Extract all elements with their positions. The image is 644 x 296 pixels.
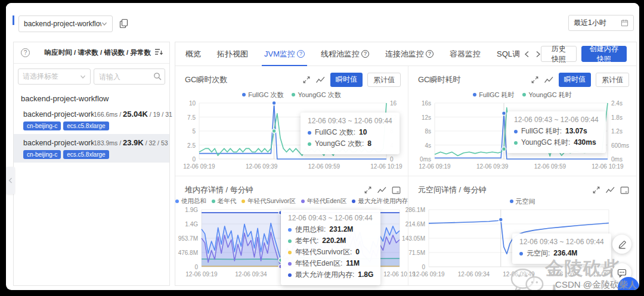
- chevron-down-icon: [80, 74, 86, 80]
- y-tick: 476.8M: [178, 250, 198, 256]
- app-instance-list: backend-project-workflo...166.6ms / 25.0…: [14, 105, 169, 163]
- tooltip-label: 年轻代Survivor区:: [295, 247, 352, 258]
- toggle-累计值[interactable]: 累计值: [596, 73, 629, 87]
- tooltip-row: 最大允许使用内存:1.8G: [288, 269, 373, 281]
- copy-icon[interactable]: [119, 18, 128, 31]
- help-icon: ?: [297, 50, 305, 58]
- instance-metrics: 166.6ms / 25.04K / 19 / 31: [94, 110, 172, 119]
- top-bar: backend-project-workflow[容... 最近1小时: [6, 3, 639, 39]
- x-tick: 12-06 09:59: [534, 163, 566, 170]
- help-icon[interactable]: ?: [21, 48, 30, 57]
- y-tick: 0: [390, 156, 394, 163]
- sort-icon[interactable]: [154, 48, 163, 58]
- y-tick: 0: [192, 156, 196, 163]
- search-icon[interactable]: [153, 72, 162, 83]
- history-snapshot-button[interactable]: 历史快照: [541, 46, 577, 62]
- x-tick: 12-06 09:39: [476, 163, 508, 170]
- edit-floating-button[interactable]: [612, 235, 631, 254]
- y-tick: 143.05M: [402, 235, 425, 242]
- legend-item[interactable]: YoungGC 次数: [292, 90, 340, 99]
- panel-icon[interactable]: [620, 186, 629, 194]
- tooltip-row: 老年代:220.2M: [288, 235, 373, 247]
- y-tick: 0: [194, 264, 198, 270]
- legend-item[interactable]: 使用总和: [175, 197, 206, 206]
- y-tick: 2.4s: [611, 100, 623, 107]
- legend-item[interactable]: 老年代: [212, 197, 237, 206]
- y-tick: 953.7M: [178, 235, 198, 242]
- tooltip-dot: [288, 251, 292, 254]
- line-chart-type-icon[interactable]: [544, 76, 554, 84]
- legend-dot: [473, 93, 476, 96]
- x-axis-labels: 12-06 09:1912-06 09:3912-06 09:5912-06 1…: [435, 163, 608, 172]
- chart-tooltip: 12-06 09:43 ~ 12-06 09:44元空间:236.4M: [512, 233, 611, 264]
- tab-label: 概览: [185, 42, 201, 66]
- tooltip-label: YoungGC 耗时:: [521, 137, 570, 148]
- chat-icon: [617, 269, 627, 278]
- tooltip-row: 年轻代Eden区:11M: [288, 258, 373, 269]
- y-tick: 16s: [422, 100, 431, 107]
- help-icon: ?: [361, 50, 369, 58]
- line-chart-type-icon[interactable]: [605, 186, 615, 194]
- chevron-left-icon[interactable]: [524, 51, 530, 58]
- tooltip-row: FullGC 次数:10: [308, 127, 392, 138]
- line-chart-type-icon[interactable]: [377, 186, 387, 194]
- tab-拓扑视图[interactable]: 拓扑视图: [217, 42, 248, 66]
- tooltip-dot: [519, 252, 523, 256]
- app-selector-dropdown[interactable]: backend-project-workflow[容...: [18, 15, 113, 32]
- legend-item[interactable]: 最大允许使用内存: [352, 197, 408, 206]
- legend-item[interactable]: FullGC 耗时: [473, 90, 514, 99]
- tag-select-placeholder: 请选择标签: [23, 71, 80, 82]
- chart-legend: 使用总和老年代年轻代Survivor区年轻代Eden区最大允许使用内存: [179, 197, 404, 206]
- x-tick: 12-06 10:04: [548, 271, 580, 278]
- tooltip-header: 12-06 09:43 ~ 12-06 09:44: [519, 238, 604, 246]
- chevron-left-icon: [8, 177, 13, 183]
- tab-bar: 概览拓扑视图JVM监控?线程池监控?连接池监控?容器监控SQL调用分析?NoSQ…: [175, 42, 636, 66]
- chart-cell-0: GC瞬时次数瞬时值累计值FullGC 次数YoungGC 次数107.552.5…: [175, 66, 408, 176]
- create-memory-snapshot-button[interactable]: 创建内存快照: [581, 46, 627, 62]
- tab-label: 拓扑视图: [217, 42, 248, 66]
- expand-icon[interactable]: [592, 186, 600, 194]
- legend-item[interactable]: FullGC 次数: [242, 90, 283, 99]
- time-range-value: 最近1小时: [574, 18, 621, 28]
- chevron-down-icon: [101, 21, 107, 27]
- expand-icon[interactable]: [364, 186, 372, 194]
- legend-dot: [212, 200, 215, 203]
- tab-label: 线程池监控: [321, 42, 360, 66]
- sidebar-collapse-handle[interactable]: [6, 167, 15, 194]
- x-tick: 12-06 09:49: [503, 271, 534, 278]
- list-item-app-instance[interactable]: backend-project-workflow...183.9ms / 23.…: [14, 134, 169, 163]
- time-range-picker[interactable]: 最近1小时: [568, 15, 634, 31]
- legend-item[interactable]: 元空间: [510, 197, 535, 206]
- app-window: backend-project-workflow[容... 最近1小时 ? 响应…: [6, 3, 639, 290]
- x-tick: 12-06 09:19: [413, 271, 444, 278]
- line-chart-type-icon[interactable]: [315, 76, 326, 84]
- tab-概览[interactable]: 概览: [185, 42, 201, 66]
- toggle-瞬时值[interactable]: 瞬时值: [330, 73, 363, 87]
- tab-SQL调用分析[interactable]: SQL调用分析?: [497, 42, 519, 66]
- tab-连接池监控[interactable]: 连接池监控?: [385, 42, 434, 66]
- tab-线程池监控[interactable]: 线程池监控?: [321, 42, 369, 66]
- y-tick: 10: [189, 100, 196, 107]
- expand-icon[interactable]: [531, 76, 539, 84]
- expand-icon[interactable]: [302, 76, 311, 84]
- y-tick: 5: [192, 128, 196, 135]
- legend-item[interactable]: 年轻代Eden区: [301, 197, 347, 206]
- legend-item[interactable]: YoungGC 耗时: [522, 90, 571, 99]
- y-tick: 0ms: [611, 156, 623, 163]
- tab-JVM监控[interactable]: JVM监控?: [264, 42, 305, 66]
- legend-label: 年轻代Survivor区: [247, 197, 296, 205]
- legend-dot: [522, 93, 526, 96]
- tooltip-row: 元空间:236.4M: [519, 248, 604, 259]
- legend-item[interactable]: 年轻代Survivor区: [242, 197, 296, 206]
- app-list-sidebar: ? 响应时间 / 请求数 / 错误数 / 异常数 请选择标签 backend-p…: [13, 42, 170, 286]
- tag-select[interactable]: 请选择标签: [18, 68, 91, 85]
- list-item-app-instance[interactable]: backend-project-workflo...166.6ms / 25.0…: [14, 105, 169, 134]
- toggle-瞬时值[interactable]: 瞬时值: [559, 73, 591, 87]
- toggle-累计值[interactable]: 累计值: [367, 73, 401, 87]
- tab-容器监控[interactable]: 容器监控: [450, 42, 481, 66]
- chevron-right-icon[interactable]: [535, 51, 541, 58]
- legend-dot: [242, 200, 245, 203]
- panel-icon[interactable]: [392, 186, 401, 194]
- y-tick: 2.5: [187, 142, 196, 148]
- tooltip-dot: [288, 262, 292, 266]
